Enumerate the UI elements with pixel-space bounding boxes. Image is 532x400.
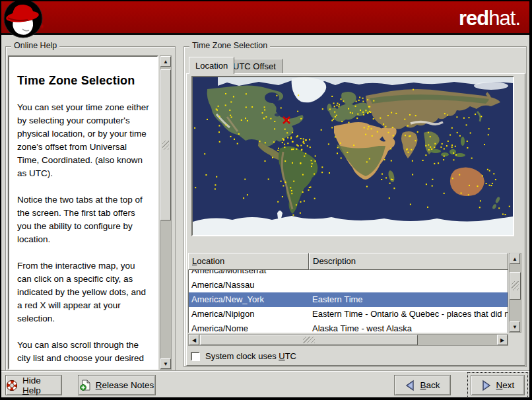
scroll-down-icon[interactable]: ▼ xyxy=(510,321,520,332)
table-row[interactable]: America/New_YorkEastern Time xyxy=(189,292,508,307)
help-paragraph: You can set your time zone either by sel… xyxy=(17,101,150,180)
cell-location: America/Nome xyxy=(189,321,310,333)
help-paragraph: You can also scroll through the city lis… xyxy=(17,339,150,370)
redhat-wordmark: redhat. xyxy=(459,7,520,30)
hide-help-button[interactable]: Hide Help xyxy=(5,375,62,395)
table-hscrollbar-thumb[interactable] xyxy=(200,335,418,345)
table-row[interactable]: America/NomeAlaska Time - west Alaska xyxy=(189,321,508,333)
cell-description: Alaska Time - west Alaska xyxy=(310,321,508,333)
cell-location: America/Nassau xyxy=(189,278,310,292)
column-header-description[interactable]: Description xyxy=(309,253,508,270)
back-arrow-icon xyxy=(405,380,415,391)
cell-description: Eastern Time - Ontario & Quebec - places… xyxy=(310,307,508,321)
scroll-up-icon[interactable]: ▲ xyxy=(510,253,520,264)
table-hscrollbar[interactable]: ◀ ▶ xyxy=(188,334,508,346)
timezone-table[interactable]: America/MontserratAmerica/NassauAmerica/… xyxy=(188,270,508,333)
svg-text:®: ® xyxy=(40,24,44,29)
back-label: Back xyxy=(420,380,440,390)
online-help-frame-label: Online Help xyxy=(11,41,59,50)
help-text-panel: Time Zone Selection You can set your tim… xyxy=(8,55,158,370)
next-arrow-icon xyxy=(481,380,492,391)
help-paragraph: From the interactive map, you can click … xyxy=(17,259,150,325)
help-scrollbar[interactable]: ▲ ▼ xyxy=(160,55,172,370)
tab-utc-offset[interactable]: UTC Offset xyxy=(226,59,283,73)
cell-description: Eastern Time xyxy=(310,292,508,307)
system-clock-utc-checkbox[interactable] xyxy=(191,352,200,361)
wordmark-light: hat. xyxy=(488,7,520,30)
world-map[interactable] xyxy=(191,76,514,236)
timezone-frame-label: Time Zone Selection xyxy=(189,41,270,50)
scroll-up-icon[interactable]: ▲ xyxy=(160,56,171,67)
cell-location: America/Montserrat xyxy=(189,270,310,278)
help-scrollbar-thumb[interactable] xyxy=(160,69,171,220)
hide-help-label: Hide Help xyxy=(22,376,61,395)
next-button[interactable]: Next xyxy=(471,375,525,395)
table-row[interactable]: America/NipigonEastern Time - Ontario & … xyxy=(189,307,508,321)
table-row[interactable]: America/Montserrat xyxy=(189,270,508,278)
table-row[interactable]: America/Nassau xyxy=(189,278,508,292)
column-header-location[interactable]: Location xyxy=(188,253,309,270)
system-clock-utc-label: System clock uses UTC xyxy=(205,351,296,361)
table-vscrollbar[interactable]: ▲ ▼ xyxy=(509,253,521,333)
help-paragraph: Notice the two tabs at the top of the sc… xyxy=(17,193,150,246)
tab-location[interactable]: Location xyxy=(189,57,234,74)
timezone-table-rows: America/MontserratAmerica/NassauAmerica/… xyxy=(189,270,508,333)
header-banner: redhat. xyxy=(1,1,529,35)
next-label: Next xyxy=(496,380,515,390)
installer-window: redhat. ® Online Help Time Zone Selectio… xyxy=(1,1,529,397)
redhat-shadowman-icon: ® xyxy=(3,1,46,42)
scroll-right-icon[interactable]: ▶ xyxy=(497,335,508,345)
cell-location: America/New_York xyxy=(189,292,310,307)
wordmark-bold: red xyxy=(459,7,488,30)
back-button[interactable]: Back xyxy=(394,375,451,395)
release-notes-icon xyxy=(80,380,91,391)
footer-separator xyxy=(1,370,529,372)
scroll-down-icon[interactable]: ▼ xyxy=(160,358,171,369)
lifesaver-icon xyxy=(6,380,18,391)
cell-location: America/Nipigon xyxy=(189,307,310,321)
scroll-left-icon[interactable]: ◀ xyxy=(189,335,199,345)
cell-description xyxy=(310,270,508,278)
help-title: Time Zone Selection xyxy=(17,74,150,88)
release-notes-button[interactable]: Release Notes xyxy=(78,375,156,395)
release-notes-label: Release Notes xyxy=(96,380,154,390)
table-vscrollbar-thumb[interactable] xyxy=(510,272,521,300)
cell-description xyxy=(310,278,508,292)
